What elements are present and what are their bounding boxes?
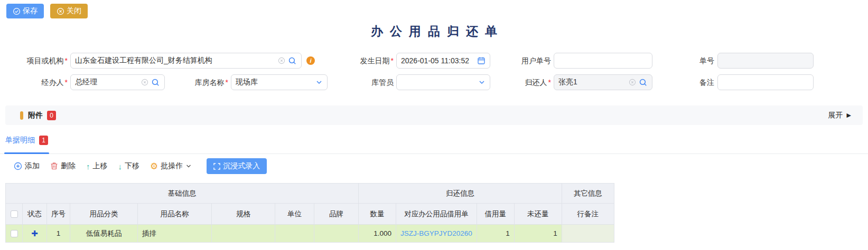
expand-label: 展开: [828, 111, 843, 120]
borrow-order-link[interactable]: JSZJ-BGYPJYD20260: [400, 229, 472, 237]
row-spec-cell[interactable]: [212, 225, 275, 243]
save-button[interactable]: 保存: [6, 4, 44, 18]
row-seq-cell: 1: [47, 225, 70, 243]
user-order-label: 用户单号: [491, 53, 551, 69]
attachment-label: 附件: [28, 111, 43, 120]
attachment-bar: 附件 0 展开 ▶: [5, 105, 863, 125]
remark-field[interactable]: [717, 74, 814, 90]
col-category: 用品分类: [70, 204, 138, 225]
returner-field[interactable]: 张亮1: [554, 74, 652, 90]
plus-status-icon[interactable]: ✚: [31, 229, 38, 238]
order-no-label: 单号: [655, 53, 714, 69]
detail-toolbar: 添加 删除 ↑ 上移 ↓ 下移 ⚙ 批操作 沉浸式录入: [14, 158, 267, 175]
immersive-entry-button[interactable]: 沉浸式录入: [207, 158, 267, 174]
attachment-count-badge: 0: [47, 111, 56, 120]
handler-label: 经办人*: [0, 74, 68, 90]
gear-icon: ⚙: [150, 162, 158, 171]
arrow-down-icon: ↓: [118, 162, 123, 171]
row-unit-cell[interactable]: [275, 225, 314, 243]
save-button-label: 保存: [23, 6, 38, 16]
row-select-cell: [6, 225, 23, 243]
row-checkbox[interactable]: [11, 230, 18, 237]
clear-icon[interactable]: [141, 79, 148, 86]
clear-icon[interactable]: [278, 57, 285, 64]
row-quantity-cell[interactable]: 1.000: [359, 225, 396, 243]
expand-toggle[interactable]: 展开 ▶: [828, 111, 851, 120]
row-status-cell: ✚: [23, 225, 47, 243]
x-circle-icon: [57, 7, 64, 15]
batch-operations-menu[interactable]: ⚙ 批操作: [150, 161, 192, 171]
date-value: 2026-01-05 11:03:52: [401, 56, 475, 65]
warehouse-value: 现场库: [236, 78, 313, 87]
chevron-down-icon: [478, 79, 486, 86]
select-all-cell: [6, 204, 23, 225]
row-name-cell[interactable]: 插排: [138, 225, 212, 243]
row-brand-cell[interactable]: [314, 225, 359, 243]
col-status: 状态: [23, 204, 47, 225]
search-icon[interactable]: [288, 56, 297, 65]
column-header-row: 状态 序号 用品分类 用品名称 规格 单位 品牌 数量 对应办公用品借用单 借用…: [6, 204, 614, 225]
delete-row-button[interactable]: 删除: [50, 161, 76, 171]
check-circle-icon: [13, 7, 21, 15]
remark-label: 备注: [655, 74, 714, 90]
required-marker: *: [65, 56, 68, 65]
calendar-icon[interactable]: [477, 56, 486, 65]
row-category-cell[interactable]: 低值易耗品: [70, 225, 138, 243]
order-no-field: [717, 53, 814, 69]
col-row-remark: 行备注: [562, 204, 614, 225]
close-button[interactable]: 关闭: [50, 4, 88, 18]
required-marker: *: [548, 78, 551, 86]
required-marker: *: [226, 78, 228, 86]
close-button-label: 关闭: [67, 6, 81, 16]
col-spec: 规格: [212, 204, 275, 225]
detail-count-badge: 1: [39, 136, 48, 145]
col-brand: 品牌: [314, 204, 359, 225]
group-basic-info: 基础信息: [6, 184, 359, 204]
search-icon[interactable]: [639, 78, 648, 87]
tab-divider: [0, 153, 868, 154]
col-unit: 单位: [275, 204, 314, 225]
section-marker: [20, 111, 23, 120]
project-label: 项目或机构*: [0, 53, 68, 69]
keeper-label: 库管员: [333, 74, 394, 90]
group-return-info: 归还信息: [359, 184, 562, 204]
user-order-no-field[interactable]: [554, 53, 652, 69]
circle-plus-icon: [14, 162, 22, 170]
handler-field[interactable]: 总经理: [70, 74, 165, 90]
select-all-checkbox[interactable]: [11, 210, 18, 218]
active-tab-underline: [4, 152, 49, 154]
project-value: 山东金石建设工程有限公司_财务结算机构: [75, 56, 276, 65]
returner-value: 张亮1: [558, 78, 627, 87]
arrow-up-icon: ↑: [86, 162, 90, 171]
clear-icon[interactable]: [629, 79, 636, 86]
row-unreturned-qty-cell: 1: [514, 225, 562, 243]
tab-detail-label: 单据明细: [5, 136, 35, 145]
detail-table: 基础信息 归还信息 其它信息 状态 序号 用品分类 用品名称 规格 单位 品牌 …: [5, 183, 614, 243]
trash-icon: [50, 162, 58, 170]
required-marker: *: [391, 56, 394, 65]
group-other-info: 其它信息: [562, 184, 614, 204]
add-row-button[interactable]: 添加: [14, 161, 40, 171]
occur-date-field[interactable]: 2026-01-05 11:03:52: [396, 53, 490, 69]
warehouse-name-select[interactable]: 现场库: [231, 74, 328, 90]
warehouse-keeper-select[interactable]: [396, 74, 490, 90]
chevron-down-icon: [315, 79, 323, 86]
group-header-row: 基础信息 归还信息 其它信息: [6, 184, 614, 204]
tab-detail[interactable]: 单据明细 1: [5, 136, 48, 145]
returner-label: 归还人*: [491, 74, 551, 90]
move-down-button[interactable]: ↓ 下移: [118, 161, 140, 171]
project-or-org-field[interactable]: 山东金石建设工程有限公司_财务结算机构: [70, 53, 302, 69]
chevron-down-icon: [185, 163, 192, 169]
required-marker: *: [65, 78, 68, 86]
warehouse-label: 库房名称*: [158, 74, 228, 90]
triangle-right-icon: ▶: [847, 112, 851, 119]
info-icon[interactable]: i: [306, 56, 315, 65]
table-row: ✚ 1 低值易耗品 插排 1.000 JSZJ-BGYPJYD20260 1 1: [6, 225, 614, 243]
row-remark-cell[interactable]: [562, 225, 614, 243]
page-title: 办公用品归还单: [364, 23, 504, 40]
col-unreturned-qty: 未还量: [514, 204, 562, 225]
col-seq: 序号: [47, 204, 70, 225]
office-supplies-return-form: 保存 关闭 办公用品归还单 项目或机构* 山东金石建设工程有限公司_财务结算机构…: [0, 0, 868, 250]
move-up-button[interactable]: ↑ 上移: [86, 161, 108, 171]
col-quantity: 数量: [359, 204, 396, 225]
